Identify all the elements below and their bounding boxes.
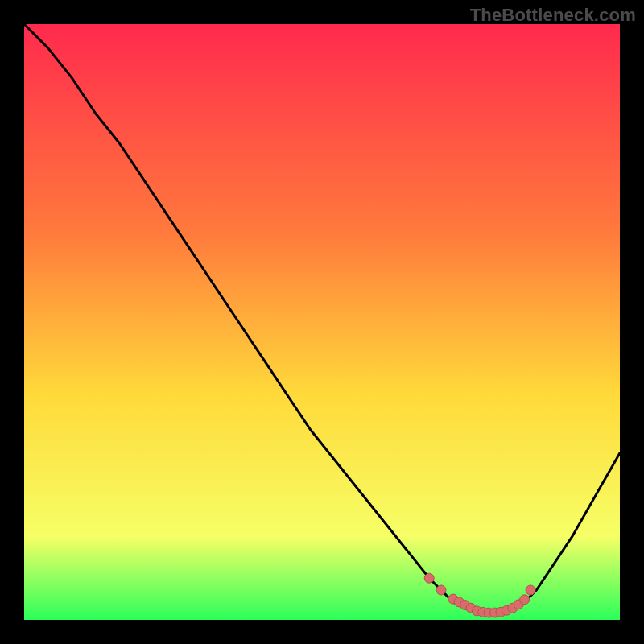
marker-point xyxy=(424,573,434,583)
chart-frame xyxy=(24,24,620,620)
watermark-text: TheBottleneck.com xyxy=(470,5,636,26)
gradient-background xyxy=(24,24,620,620)
marker-point xyxy=(526,585,535,595)
bottleneck-chart xyxy=(24,24,620,620)
marker-point xyxy=(436,585,446,595)
marker-point xyxy=(520,595,530,605)
